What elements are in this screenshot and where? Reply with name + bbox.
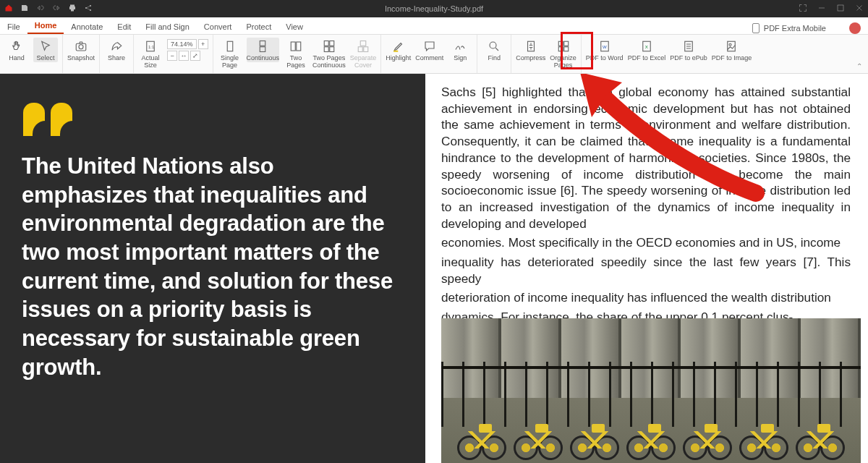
svg-point-2 (90, 9, 91, 11)
hand-icon (9, 39, 24, 54)
mobile-icon (752, 23, 760, 33)
svg-rect-21 (527, 41, 534, 51)
organize-pages-button[interactable]: Organize Pages (550, 38, 576, 69)
select-label: Select (36, 55, 54, 62)
svg-point-32 (729, 43, 731, 46)
pdf-to-image-label: PDF to Image (712, 55, 752, 62)
compress-icon (524, 39, 538, 54)
body-paragraph: economies. Most specifically in the OECD… (441, 234, 851, 251)
tab-convert[interactable]: Convert (197, 20, 239, 34)
collapse-ribbon-icon[interactable]: ⌃ (856, 62, 862, 70)
svg-rect-18 (358, 47, 362, 52)
zoom-in-button[interactable]: + (198, 39, 208, 49)
zoom-fit-width-button[interactable]: ↔ (179, 51, 189, 61)
undo-icon[interactable] (36, 4, 45, 14)
zoom-value[interactable]: 74.14% (167, 39, 197, 49)
menu-bar: File Home Annotate Edit Fill and Sign Co… (0, 17, 868, 35)
comment-button[interactable]: Comment (415, 38, 443, 62)
svg-rect-8 (227, 41, 233, 51)
pdf-to-epub-button[interactable]: PDF to ePub (670, 38, 707, 62)
hand-tool-button[interactable]: Hand (4, 38, 29, 62)
actual-size-label: Actual Size (142, 55, 160, 69)
pdf-to-word-button[interactable]: WPDF to Word (586, 38, 624, 62)
sign-label: Sign (454, 55, 467, 62)
comment-icon (422, 39, 437, 54)
search-icon (487, 39, 501, 54)
svg-rect-24 (558, 47, 563, 51)
pdf-to-excel-button[interactable]: XPDF to Excel (628, 38, 666, 62)
svg-point-1 (90, 5, 91, 7)
print-icon[interactable] (68, 4, 77, 14)
svg-rect-25 (563, 47, 568, 51)
maximize-icon[interactable] (836, 4, 845, 14)
page-right-panel: Sachs [5] highlighted that the global ec… (425, 74, 868, 463)
highlight-button[interactable]: Highlight (386, 38, 411, 62)
svg-text:X: X (645, 45, 648, 49)
article-photo (441, 318, 861, 463)
pdf-to-epub-label: PDF to ePub (670, 55, 707, 62)
snapshot-label: Snapshot (67, 55, 95, 62)
user-avatar[interactable] (849, 22, 861, 34)
app-home-icon[interactable] (4, 4, 13, 14)
tab-home[interactable]: Home (27, 18, 64, 34)
svg-rect-3 (838, 5, 843, 11)
two-pages-button[interactable]: Two Pages (284, 38, 308, 69)
svg-rect-22 (558, 41, 563, 46)
minimize-icon[interactable] (817, 4, 826, 14)
svg-rect-11 (291, 42, 295, 51)
continuous-button[interactable]: Continuous (247, 38, 280, 62)
single-page-icon (223, 39, 237, 54)
cursor-icon (38, 39, 53, 54)
two-pages-cont-icon (322, 39, 336, 54)
redo-icon[interactable] (52, 4, 61, 14)
single-page-button[interactable]: Single Page (218, 38, 242, 69)
two-pages-cont-label: Two Pages Continuous (312, 55, 346, 69)
body-paragraph: Sachs [5] highlighted that the global ec… (441, 84, 851, 232)
svg-rect-9 (260, 41, 266, 46)
organize-icon (556, 39, 571, 54)
tab-fill-sign[interactable]: Fill and Sign (138, 20, 197, 34)
zoom-out-button[interactable]: − (167, 51, 177, 61)
camera-icon (74, 39, 88, 54)
body-paragraph: inequality has deteriorated speedily sin… (441, 254, 851, 286)
tab-protect[interactable]: Protect (239, 20, 278, 34)
save-icon[interactable] (20, 4, 29, 14)
doc-excel-icon: X (639, 39, 654, 54)
mobile-label[interactable]: PDF Extra Mobile (764, 24, 826, 33)
document-viewport[interactable]: The United Nations also emphasizes that … (0, 74, 868, 463)
close-icon[interactable] (855, 4, 864, 14)
continuous-label: Continuous (247, 55, 280, 62)
share-button[interactable]: Share (104, 38, 129, 62)
svg-text:W: W (603, 45, 607, 49)
continuous-icon (255, 39, 270, 54)
sign-button[interactable]: Sign (448, 38, 472, 62)
zoom-fit-page-button[interactable]: ⤢ (190, 51, 200, 61)
fullscreen-icon[interactable] (799, 4, 807, 14)
window-titlebar: Income-Inequality-Study.pdf (0, 0, 868, 17)
body-paragraph: deterioration of income inequality has i… (441, 289, 851, 306)
svg-point-0 (85, 7, 87, 9)
tab-file[interactable]: File (0, 20, 27, 34)
two-pages-continuous-button[interactable]: Two Pages Continuous (312, 38, 346, 69)
tab-edit[interactable]: Edit (110, 20, 138, 34)
share-icon[interactable] (84, 4, 93, 14)
signature-icon (453, 39, 467, 54)
two-pages-label: Two Pages (286, 55, 305, 69)
snapshot-button[interactable]: Snapshot (67, 38, 95, 62)
pdf-to-image-button[interactable]: PDF to Image (712, 38, 752, 62)
find-button[interactable]: Find (482, 38, 506, 62)
svg-text:1:1: 1:1 (148, 45, 155, 49)
pdf-to-excel-label: PDF to Excel (628, 55, 666, 62)
svg-rect-23 (563, 41, 568, 46)
svg-rect-16 (330, 47, 334, 52)
page-left-panel: The United Nations also emphasizes that … (0, 74, 425, 463)
compress-button[interactable]: Compress (516, 38, 545, 62)
actual-size-button[interactable]: 1:1Actual Size (138, 38, 163, 69)
tab-annotate[interactable]: Annotate (64, 20, 110, 34)
svg-rect-15 (324, 47, 328, 52)
separate-cover-button: Separate Cover (350, 38, 377, 69)
select-tool-button[interactable]: Select (33, 38, 58, 62)
tab-view[interactable]: View (278, 20, 310, 34)
doc-word-icon: W (597, 39, 612, 54)
svg-rect-10 (260, 47, 266, 52)
